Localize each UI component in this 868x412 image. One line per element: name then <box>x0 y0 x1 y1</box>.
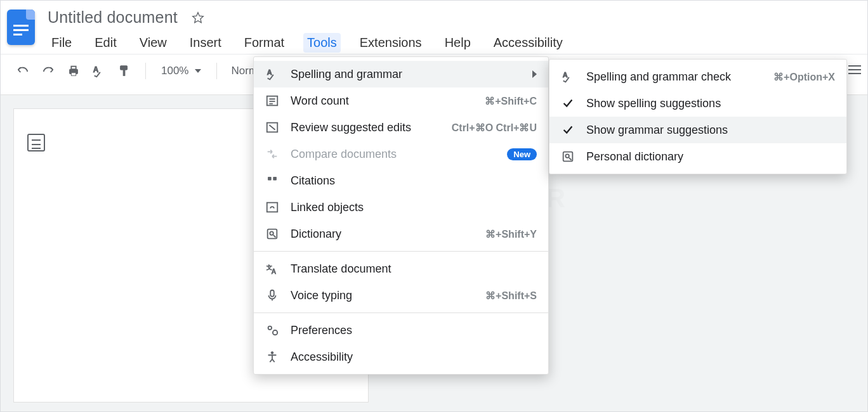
dictionary-icon <box>561 150 575 164</box>
compare-icon <box>265 147 279 161</box>
docs-logo-icon[interactable] <box>7 10 35 45</box>
svg-point-17 <box>273 330 277 335</box>
document-title[interactable]: Untitled document <box>48 8 178 27</box>
menu-accessibility[interactable]: Accessibility <box>490 33 567 53</box>
menuitem-show-grammar-suggestions[interactable]: Show grammar suggestions <box>549 117 846 143</box>
checkmark-icon <box>561 123 575 137</box>
svg-rect-2 <box>71 67 76 70</box>
spellcheck-button[interactable]: A <box>88 60 110 82</box>
menu-separator <box>254 312 548 313</box>
menu-help[interactable]: Help <box>441 33 475 53</box>
menu-insert[interactable]: Insert <box>186 33 225 53</box>
title-area: Untitled document File Edit View Insert … <box>48 6 567 53</box>
menuitem-voice-typing[interactable]: Voice typing ⌘+Shift+S <box>254 282 548 309</box>
menu-file[interactable]: File <box>48 33 76 53</box>
dictionary-icon <box>265 227 279 241</box>
paint-format-button[interactable] <box>114 60 135 82</box>
svg-rect-15 <box>270 290 274 297</box>
menuitem-review-suggested-edits[interactable]: Review suggested edits Ctrl+⌘O Ctrl+⌘U <box>254 114 548 141</box>
menu-extensions[interactable]: Extensions <box>356 33 426 53</box>
svg-point-18 <box>271 352 273 354</box>
menu-edit[interactable]: Edit <box>91 33 120 53</box>
menuitem-dictionary[interactable]: Dictionary ⌘+Shift+Y <box>254 221 548 247</box>
hide-menus-button[interactable] <box>848 63 861 77</box>
zoom-value: 100% <box>161 65 188 77</box>
svg-text:A: A <box>272 268 276 275</box>
menuitem-word-count[interactable]: Word count ⌘+Shift+C <box>254 87 548 114</box>
checkmark-icon <box>561 96 575 110</box>
svg-point-16 <box>268 326 272 330</box>
menuitem-personal-dictionary[interactable]: Personal dictionary <box>549 143 846 170</box>
svg-rect-5 <box>121 66 128 70</box>
menuitem-compare-documents[interactable]: Compare documents New <box>254 141 548 167</box>
word-count-icon <box>265 94 279 108</box>
menu-view[interactable]: View <box>136 33 171 53</box>
svg-text:A: A <box>563 71 568 79</box>
svg-rect-3 <box>71 73 76 76</box>
redo-button[interactable] <box>37 60 59 82</box>
linked-objects-icon <box>265 200 279 214</box>
svg-text:A: A <box>93 65 99 74</box>
menu-separator <box>254 251 548 252</box>
menu-format[interactable]: Format <box>240 33 288 53</box>
star-icon[interactable] <box>192 11 204 24</box>
menu-tools[interactable]: Tools <box>303 33 341 53</box>
title-bar: Untitled document File Edit View Insert … <box>1 1 867 54</box>
spelling-and-grammar-submenu: A Spelling and grammar check ⌘+Option+X … <box>549 59 847 174</box>
spellcheck-icon: A <box>265 67 279 81</box>
translate-icon: 文A <box>265 262 279 276</box>
undo-button[interactable] <box>12 60 34 82</box>
tools-dropdown: A Spelling and grammar Word count ⌘+Shif… <box>253 56 549 375</box>
spellcheck-icon: A <box>561 70 575 84</box>
menuitem-linked-objects[interactable]: Linked objects <box>254 194 548 221</box>
print-button[interactable] <box>63 60 84 82</box>
accessibility-icon <box>265 350 279 364</box>
menuitem-spelling-grammar-check[interactable]: A Spelling and grammar check ⌘+Option+X <box>549 63 846 90</box>
toolbar-separator <box>216 63 217 79</box>
submenu-arrow-icon <box>532 70 537 78</box>
svg-point-21 <box>565 154 569 158</box>
menuitem-preferences[interactable]: Preferences <box>254 317 548 344</box>
new-badge: New <box>507 148 537 160</box>
menuitem-spelling-and-grammar[interactable]: A Spelling and grammar <box>254 61 548 87</box>
chevron-down-icon <box>195 69 201 73</box>
document-outline-icon[interactable] <box>27 134 45 151</box>
menu-bar: File Edit View Insert Format Tools Exten… <box>48 33 567 53</box>
microphone-icon <box>265 288 279 302</box>
svg-text:A: A <box>267 68 272 76</box>
zoom-dropdown[interactable]: 100% <box>156 65 206 77</box>
citations-icon <box>265 174 279 188</box>
review-edits-icon <box>265 120 279 134</box>
menuitem-show-spelling-suggestions[interactable]: Show spelling suggestions <box>549 90 846 117</box>
svg-rect-6 <box>123 70 125 75</box>
menuitem-accessibility[interactable]: Accessibility <box>254 344 548 370</box>
toolbar-separator <box>145 63 146 79</box>
app-window: Untitled document File Edit View Insert … <box>0 0 868 412</box>
svg-marker-0 <box>193 12 204 22</box>
preferences-icon <box>265 323 279 337</box>
menuitem-translate-document[interactable]: 文A Translate document <box>254 255 548 282</box>
menuitem-citations[interactable]: Citations <box>254 167 548 194</box>
svg-point-12 <box>270 231 273 235</box>
